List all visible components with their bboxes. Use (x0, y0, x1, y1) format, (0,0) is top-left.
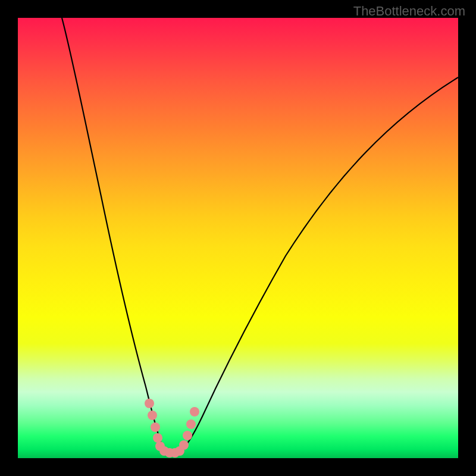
bottleneck-curve (62, 18, 458, 453)
svg-point-3 (153, 433, 162, 443)
svg-point-9 (179, 440, 189, 450)
svg-point-11 (186, 419, 196, 429)
frame-left (0, 0, 18, 476)
svg-point-1 (148, 411, 157, 420)
svg-point-2 (151, 422, 160, 432)
chart-background (18, 18, 458, 458)
chart-svg (18, 18, 458, 458)
watermark-text: TheBottleneck.com (353, 4, 465, 19)
svg-point-12 (190, 407, 199, 416)
frame-right (458, 0, 476, 476)
svg-point-0 (145, 399, 154, 408)
frame-bottom (18, 458, 458, 476)
minimum-markers (145, 399, 199, 458)
svg-point-10 (183, 431, 192, 440)
